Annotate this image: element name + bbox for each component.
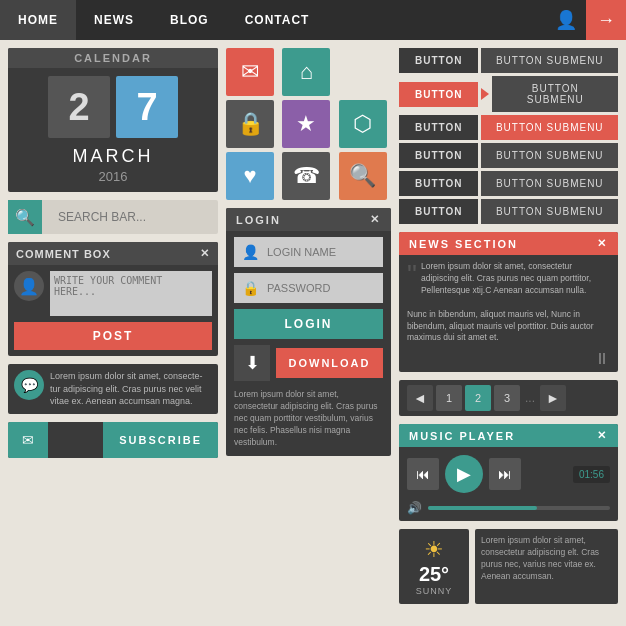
comment-textarea[interactable] <box>50 271 212 316</box>
comment-box-title: COMMENT BOX <box>16 248 111 260</box>
weather-box: ☀ 25° SUNNY <box>399 529 469 604</box>
user-icon[interactable]: 👤 <box>546 0 586 40</box>
news-close-icon[interactable]: ✕ <box>597 237 608 250</box>
btn-row-3: BUTTON BUTTON SUBMENU <box>399 115 618 140</box>
icon-star[interactable]: ★ <box>282 100 330 148</box>
lock-field-icon: 🔒 <box>242 280 259 296</box>
music-progress: 🔊 <box>399 501 618 521</box>
button-5[interactable]: BUTTON <box>399 171 478 196</box>
chat-icon: 💬 <box>14 370 44 400</box>
music-title: MUSIC PLAYER <box>409 430 515 442</box>
icon-share[interactable]: ⬡ <box>339 100 387 148</box>
news-text: Lorem ipsum dolor sit amet, consectetur … <box>421 261 610 297</box>
lorem-text: Lorem ipsum dolor sit amet, consecte- tu… <box>50 370 212 408</box>
login-close-icon[interactable]: ✕ <box>370 213 381 226</box>
btn-sub-1[interactable]: BUTTON SUBMENU <box>481 48 618 73</box>
news-controls: ⏸ <box>399 350 618 372</box>
login-pass-input[interactable] <box>267 282 391 294</box>
calendar-numbers: 2 7 <box>8 68 218 142</box>
nav-blog[interactable]: BLOG <box>152 0 227 40</box>
icon-mail[interactable]: ✉ <box>226 48 274 96</box>
page-2-button[interactable]: 2 <box>465 385 491 411</box>
play-button[interactable]: ▶ <box>445 455 483 493</box>
navbar: HOME NEWS BLOG CONTACT 👤 → <box>0 0 626 40</box>
arrow-icon[interactable]: → <box>586 0 626 40</box>
calendar-day1: 2 <box>48 76 110 138</box>
comment-avatar: 👤 <box>14 271 44 301</box>
login-name-field: 👤 <box>234 237 383 267</box>
left-column: CALENDAR 2 7 MARCH 2016 🔍 COMMENT BOX ✕ … <box>8 48 218 618</box>
icon-grid: ✉ ⌂ 🔒 ★ ⬡ ♥ ☎ 🔍 <box>226 48 391 200</box>
download-button[interactable]: DOWNLOAD <box>276 348 383 378</box>
search-bar: 🔍 <box>8 200 218 234</box>
pagination: ◄ 1 2 3 ... ► <box>399 380 618 416</box>
comment-close-icon[interactable]: ✕ <box>200 247 210 260</box>
icon-phone[interactable]: ☎ <box>282 152 330 200</box>
icon-heart[interactable]: ♥ <box>226 152 274 200</box>
rewind-button[interactable]: ⏮ <box>407 458 439 490</box>
button-2[interactable]: BUTTON <box>399 82 478 107</box>
icon-lock[interactable]: 🔒 <box>226 100 274 148</box>
calendar-month: MARCH <box>8 142 218 169</box>
music-controls: ⏮ ▶ ⏭ 01:56 <box>399 447 618 501</box>
button-6[interactable]: BUTTON <box>399 199 478 224</box>
subscribe-row: ✉ SUBSCRIBE <box>8 422 218 458</box>
login-header: LOGIN ✕ <box>226 208 391 231</box>
calendar-header: CALENDAR <box>8 48 218 68</box>
page-dots: ... <box>523 391 537 405</box>
login-name-input[interactable] <box>267 246 391 258</box>
download-icon: ⬇ <box>234 345 270 381</box>
icon-search[interactable]: 🔍 <box>339 152 387 200</box>
btn-sub-3[interactable]: BUTTON SUBMENU <box>481 115 618 140</box>
pause-icon[interactable]: ⏸ <box>594 350 610 368</box>
news-header: NEWS SECTION ✕ <box>399 232 618 255</box>
button-1[interactable]: BUTTON <box>399 48 478 73</box>
news-section: NEWS SECTION ✕ " Lorem ipsum dolor sit a… <box>399 232 618 372</box>
progress-bar[interactable] <box>428 506 610 510</box>
time-display: 01:56 <box>573 466 610 483</box>
comment-box: COMMENT BOX ✕ 👤 POST <box>8 242 218 356</box>
icon-placeholder <box>339 48 387 96</box>
next-page-button[interactable]: ► <box>540 385 566 411</box>
middle-column: ✉ ⌂ 🔒 ★ ⬡ ♥ ☎ 🔍 LOGIN ✕ 👤 🔒 LOGIN <box>226 48 391 618</box>
user-field-icon: 👤 <box>242 244 259 260</box>
music-close-icon[interactable]: ✕ <box>597 429 608 442</box>
icon-home[interactable]: ⌂ <box>282 48 330 96</box>
btn-sub-6[interactable]: BUTTON SUBMENU <box>481 199 618 224</box>
btn-row-6: BUTTON BUTTON SUBMENU <box>399 199 618 224</box>
btn-row-1: BUTTON BUTTON SUBMENU <box>399 48 618 73</box>
prev-page-button[interactable]: ◄ <box>407 385 433 411</box>
page-3-button[interactable]: 3 <box>494 385 520 411</box>
search-icon[interactable]: 🔍 <box>8 200 42 234</box>
btn-sub-2[interactable]: BUTTON SUBMENU <box>492 76 618 112</box>
btn-sub-4[interactable]: BUTTON SUBMENU <box>481 143 618 168</box>
nav-contact[interactable]: CONTACT <box>227 0 328 40</box>
search-input[interactable] <box>58 210 210 224</box>
music-header: MUSIC PLAYER ✕ <box>399 424 618 447</box>
comment-box-header: COMMENT BOX ✕ <box>8 242 218 265</box>
login-box: LOGIN ✕ 👤 🔒 LOGIN ⬇ DOWNLOAD Lorem ipsum… <box>226 208 391 456</box>
comment-input-area: 👤 <box>8 265 218 322</box>
nav-news[interactable]: NEWS <box>76 0 152 40</box>
login-button[interactable]: LOGIN <box>234 309 383 339</box>
button-4[interactable]: BUTTON <box>399 143 478 168</box>
button-3[interactable]: BUTTON <box>399 115 478 140</box>
forward-button[interactable]: ⏭ <box>489 458 521 490</box>
btn-row-5: BUTTON BUTTON SUBMENU <box>399 171 618 196</box>
arrow-indicator <box>481 88 489 100</box>
subscribe-button[interactable]: SUBSCRIBE <box>103 422 218 458</box>
news-content: " Lorem ipsum dolor sit amet, consectetu… <box>399 255 618 303</box>
btn-row-2: BUTTON BUTTON SUBMENU <box>399 76 618 112</box>
login-lorem-text: Lorem ipsum dolor sit amet, consectetur … <box>226 389 391 456</box>
page-1-button[interactable]: 1 <box>436 385 462 411</box>
login-pass-field: 🔒 <box>234 273 383 303</box>
post-button[interactable]: POST <box>14 322 212 350</box>
btn-row-4: BUTTON BUTTON SUBMENU <box>399 143 618 168</box>
calendar-day2: 7 <box>116 76 178 138</box>
weather-sun-icon: ☀ <box>424 537 444 563</box>
nav-home[interactable]: HOME <box>0 0 76 40</box>
subscribe-mail-icon: ✉ <box>8 422 48 458</box>
volume-icon[interactable]: 🔊 <box>407 501 422 515</box>
weather-label: SUNNY <box>416 586 453 596</box>
btn-sub-5[interactable]: BUTTON SUBMENU <box>481 171 618 196</box>
